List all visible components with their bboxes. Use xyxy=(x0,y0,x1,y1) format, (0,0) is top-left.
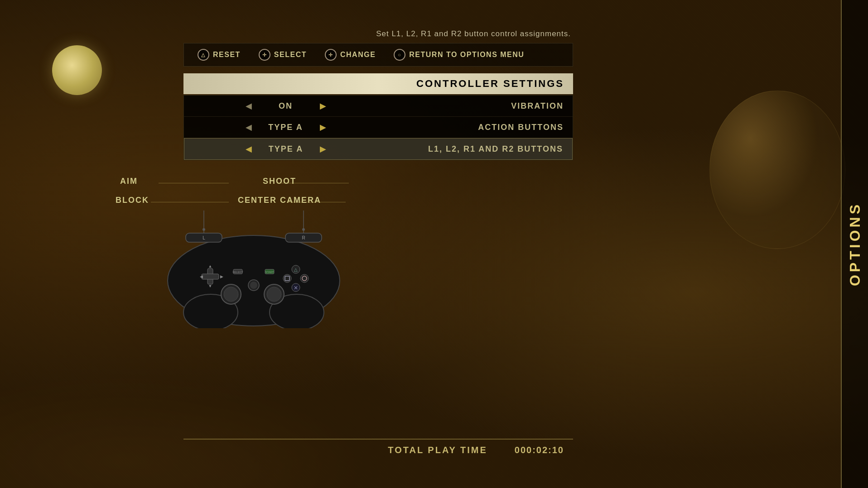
line-block xyxy=(151,202,229,202)
instruction-text: Set L1, L2, R1 and R2 button control ass… xyxy=(376,29,571,38)
options-label: OPTIONS xyxy=(847,202,863,286)
controller-diagram-area: AIM SHOOT BLOCK CENTER CAMERA L R xyxy=(116,177,433,312)
arrow-left-action[interactable]: ◀ xyxy=(246,122,252,132)
triangle-icon: △ xyxy=(198,49,209,61)
instruction-bar: Set L1, L2, R1 and R2 button control ass… xyxy=(183,25,573,43)
button-bar: △ RESET ✛ SELECT ✛ CHANGE ○ RETURN TO OP… xyxy=(183,43,573,67)
circle-icon: ○ xyxy=(394,49,405,61)
playtime-value: 000:02:10 xyxy=(515,445,564,455)
playtime-bar: TOTAL PLAY TIME 000:02:10 xyxy=(183,439,573,461)
svg-point-29 xyxy=(300,274,309,282)
setting-row-action[interactable]: ◀ TYPE A ▶ ACTION BUTTONS xyxy=(184,117,573,138)
svg-text:▲: ▲ xyxy=(208,264,212,268)
setting-value-area-l1l2: ◀ TYPE A ▶ xyxy=(193,144,378,154)
arrow-left-l1l2[interactable]: ◀ xyxy=(246,144,252,154)
setting-value-area-action: ◀ TYPE A ▶ xyxy=(193,122,378,132)
planet-decoration xyxy=(709,91,845,249)
svg-point-18 xyxy=(267,287,281,301)
dragon-overlay xyxy=(0,352,408,488)
svg-text:△: △ xyxy=(294,267,298,272)
svg-text:L: L xyxy=(203,235,205,240)
center-camera-label: CENTER CAMERA xyxy=(238,196,321,205)
section-title-text: CONTROLLER SETTINGS xyxy=(416,78,564,89)
svg-text:▶: ▶ xyxy=(220,274,223,279)
playtime-label: TOTAL PLAY TIME xyxy=(388,445,487,455)
svg-point-33 xyxy=(203,228,205,231)
action-value: TYPE A xyxy=(259,123,313,132)
dpad-symbol: ✛ xyxy=(262,52,267,58)
svg-text:✕: ✕ xyxy=(294,285,298,291)
dpad-change-symbol: ✛ xyxy=(328,52,333,58)
svg-text:▼: ▼ xyxy=(208,284,212,288)
controller-svg: L R ▲ ▼ ◀ ▶ SELECT xyxy=(159,211,349,328)
reset-button[interactable]: △ RESET xyxy=(188,47,250,62)
svg-text:START: START xyxy=(265,271,274,273)
setting-row-l1l2r1r2[interactable]: ◀ TYPE A ▶ L1, L2, R1 AND R2 BUTTONS xyxy=(184,138,573,160)
svg-text:R: R xyxy=(302,235,305,240)
line-aim xyxy=(159,183,229,183)
return-label: RETURN TO OPTIONS MENU xyxy=(409,51,524,59)
l1l2-label: L1, L2, R1 AND R2 BUTTONS xyxy=(378,144,563,154)
svg-point-27 xyxy=(283,274,291,282)
svg-point-34 xyxy=(302,228,305,231)
svg-text:◀: ◀ xyxy=(200,274,203,279)
arrow-left-vibration[interactable]: ◀ xyxy=(246,101,252,111)
svg-rect-10 xyxy=(202,274,219,279)
setting-value-area-vibration: ◀ ON ▶ xyxy=(193,101,378,111)
setting-row-vibration[interactable]: ◀ ON ▶ VIBRATION xyxy=(184,96,573,117)
block-label: BLOCK xyxy=(116,196,149,205)
change-label: CHANGE xyxy=(340,51,376,59)
reset-label: RESET xyxy=(213,51,241,59)
arrow-right-vibration[interactable]: ▶ xyxy=(320,101,326,111)
action-label: ACTION BUTTONS xyxy=(378,123,564,132)
options-sidebar: OPTIONS xyxy=(841,0,868,488)
section-title: CONTROLLER SETTINGS xyxy=(183,73,573,94)
change-button[interactable]: ✛ CHANGE xyxy=(316,47,385,62)
svg-point-16 xyxy=(224,287,238,301)
arrow-right-l1l2[interactable]: ▶ xyxy=(320,144,326,154)
controller-image: L R ▲ ▼ ◀ ▶ SELECT xyxy=(159,211,349,328)
arrow-right-action[interactable]: ▶ xyxy=(320,122,326,132)
l1l2-value: TYPE A xyxy=(259,144,313,154)
svg-point-24 xyxy=(250,282,257,289)
aim-label: AIM xyxy=(120,177,138,186)
main-content: Set L1, L2, R1 and R2 button control ass… xyxy=(183,25,573,160)
moon-decoration xyxy=(52,45,102,95)
svg-text:SELECT: SELECT xyxy=(232,271,243,273)
settings-area: ◀ ON ▶ VIBRATION ◀ TYPE A ▶ ACTION BUTTO… xyxy=(183,95,573,160)
dpad-change-icon: ✛ xyxy=(325,49,337,61)
dpad-select-icon: ✛ xyxy=(259,49,270,61)
shoot-label: SHOOT xyxy=(263,177,296,186)
select-button[interactable]: ✛ SELECT xyxy=(250,47,316,62)
triangle-symbol: △ xyxy=(201,52,206,58)
select-label: SELECT xyxy=(274,51,307,59)
vibration-value: ON xyxy=(259,101,313,111)
return-button[interactable]: ○ RETURN TO OPTIONS MENU xyxy=(385,47,533,62)
circle-symbol: ○ xyxy=(398,52,401,57)
vibration-label: VIBRATION xyxy=(378,101,564,111)
